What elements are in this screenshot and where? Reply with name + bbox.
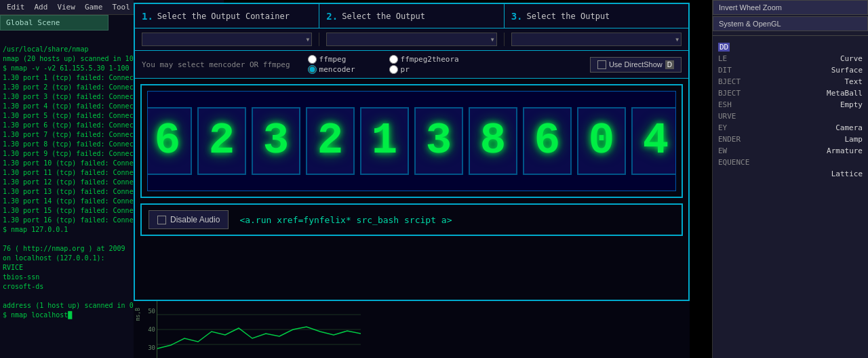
output-select[interactable] — [326, 33, 496, 46]
encoder-group-label: You may select mencoder OR ffmpeg — [142, 60, 290, 69]
sidebar-menu-row-urve[interactable]: URVE — [715, 111, 865, 122]
menu-tool[interactable]: Tool — [108, 1, 134, 14]
sidebar-menu-row-camera[interactable]: EY Camera — [715, 122, 865, 134]
directshow-label: Use DirectShow — [609, 60, 663, 68]
sidebar-key-bject2: BJECT — [718, 89, 741, 98]
sidebar-value-lattice: Lattice — [831, 170, 863, 178]
sidebar-menu-row-curve[interactable]: LE Curve — [715, 53, 865, 64]
dropdown-section-3 — [505, 33, 688, 46]
encoder-row: You may select mencoder OR ffmpeg ffmpeg… — [135, 51, 688, 79]
sidebar-menu-row-text[interactable]: BJECT Text — [715, 76, 865, 87]
menu-edit[interactable]: Edit — [3, 1, 29, 14]
disable-audio-button[interactable]: Disable Audio — [149, 210, 229, 229]
global-scene-button[interactable]: Global Scene — [0, 15, 108, 31]
digital-display: 162321386045 — [147, 100, 676, 182]
digit-block: 2 — [197, 107, 246, 175]
menu-bar: Edit Add View Game Tool — [0, 0, 134, 15]
sidebar-menu-row-metaball[interactable]: BJECT MetaBall — [715, 87, 865, 99]
menu-view[interactable]: View — [53, 1, 79, 14]
directshow-checkbox — [597, 60, 606, 69]
bottom-row: Disable Audio <a.run xref=fynfelix* src_… — [140, 203, 683, 236]
graph-y-label: ms,B — [135, 308, 141, 321]
disable-audio-label: Disable Audio — [170, 215, 220, 224]
radio-pr-label[interactable]: pr — [389, 65, 459, 74]
radio-mencoder-text: mencoder — [319, 65, 355, 74]
sidebar-key-bject1: BJECT — [718, 77, 741, 86]
menu-game[interactable]: Game — [81, 1, 107, 14]
dropdown-wrapper-1 — [142, 33, 312, 46]
radio-pr-text: pr — [401, 65, 410, 74]
directshow-key: D — [665, 60, 674, 69]
dropdown-section-1 — [135, 33, 319, 46]
sidebar-menu-row-empty[interactable]: ESH Empty — [715, 99, 865, 111]
sidebar-key-dit: DIT — [718, 66, 732, 75]
step-3-label: Select the Output — [527, 12, 610, 21]
digit-block: 3 — [414, 107, 463, 175]
radio-group-2: ffmpeg2theora pr — [389, 55, 459, 74]
sidebar-menu-row-dd[interactable]: DD — [715, 41, 865, 53]
radio-ffmpeg2theora-label[interactable]: ffmpeg2theora — [389, 55, 459, 64]
graph-svg — [157, 301, 361, 358]
step-3-section: 3. Select the Output — [505, 4, 688, 28]
digit-block: 2 — [306, 107, 355, 175]
digit-block: 3 — [252, 107, 300, 175]
radio-ffmpeg2theora-text: ffmpeg2theora — [401, 55, 459, 64]
bottom-graph: ms,B 50 40 30 — [134, 300, 690, 358]
sidebar-value-text: Text — [845, 77, 863, 86]
radio-ffmpeg2theora[interactable] — [389, 55, 398, 64]
sidebar-menu-row-equence[interactable]: EQUENCE — [715, 157, 865, 168]
sidebar-menu-row-surface[interactable]: DIT Surface — [715, 64, 865, 76]
radio-mencoder-label[interactable]: mencoder — [308, 65, 355, 74]
invert-wheel-zoom-button[interactable]: Invert Wheel Zoom — [713, 0, 868, 15]
digit-block: 1 — [360, 107, 409, 175]
disable-audio-checkbox — [157, 216, 166, 224]
sidebar-value-metaball: MetaBall — [827, 89, 863, 98]
video-area: 162321386045 — [140, 84, 683, 198]
sidebar-menu-row-armature[interactable]: EW Armature — [715, 145, 865, 157]
sidebar-key-ew: EW — [718, 146, 727, 155]
sidebar-menu-items: DD LE Curve DIT Surface BJECT Text BJECT… — [713, 39, 868, 182]
graph-labels: ms,B 50 40 30 — [134, 301, 157, 358]
system-opengl-button[interactable]: System & OpenGL — [713, 16, 868, 31]
digit-block: 4 — [631, 107, 676, 175]
radio-ffmpeg-label[interactable]: ffmpeg — [308, 55, 355, 64]
step-header: 1. Select the Output Container 2. Select… — [135, 4, 688, 28]
radio-ffmpeg[interactable] — [308, 55, 317, 64]
radio-mencoder[interactable] — [308, 65, 317, 74]
directshow-button[interactable]: Use DirectShow D — [590, 57, 682, 73]
graph-level-30: 30 — [148, 344, 155, 351]
dropdowns-row — [135, 28, 688, 51]
right-sidebar: Invert Wheel Zoom System & OpenGL DD LE … — [712, 0, 868, 358]
sidebar-key-equence: EQUENCE — [718, 158, 749, 167]
sidebar-key-ey: EY — [718, 123, 727, 132]
radio-ffmpeg-text: ffmpeg — [319, 55, 347, 64]
sidebar-value-lamp: Lamp — [845, 135, 863, 144]
sidebar-key-ender: ENDER — [718, 135, 741, 144]
sidebar-value-camera: Camera — [835, 123, 863, 132]
radio-pr[interactable] — [389, 65, 398, 74]
digit-block: 0 — [577, 107, 626, 175]
step-1-num: 1. — [142, 11, 153, 22]
step-2-num: 2. — [326, 11, 338, 22]
sidebar-key-dd: DD — [718, 43, 730, 52]
output-container-select[interactable] — [142, 33, 312, 46]
sidebar-menu-row-lamp[interactable]: ENDER Lamp — [715, 134, 865, 145]
sidebar-menu-row-lattice[interactable]: Lattice — [715, 168, 865, 180]
digit-block: 6 — [147, 107, 192, 175]
step-2-label: Select the Output — [342, 12, 425, 21]
sidebar-value-curve: Curve — [840, 54, 863, 63]
sidebar-key-le: LE — [718, 54, 727, 63]
sidebar-value-empty: Empty — [840, 100, 863, 109]
step-2-section: 2. Select the Output — [319, 4, 504, 28]
radio-group-1: ffmpeg mencoder — [308, 55, 355, 74]
sidebar-value-armature: Armature — [827, 146, 863, 155]
output-select-3[interactable] — [511, 33, 682, 46]
graph-level-40: 40 — [148, 326, 155, 333]
menu-add[interactable]: Add — [31, 1, 52, 14]
main-dialog: 1. Select the Output Container 2. Select… — [134, 3, 690, 301]
sidebar-key-urve: URVE — [718, 112, 736, 121]
digit-block: 6 — [523, 107, 572, 175]
dropdown-wrapper-2 — [326, 33, 496, 46]
dropdown-wrapper-3 — [511, 33, 682, 46]
step-1-label: Select the Output Container — [157, 12, 290, 21]
